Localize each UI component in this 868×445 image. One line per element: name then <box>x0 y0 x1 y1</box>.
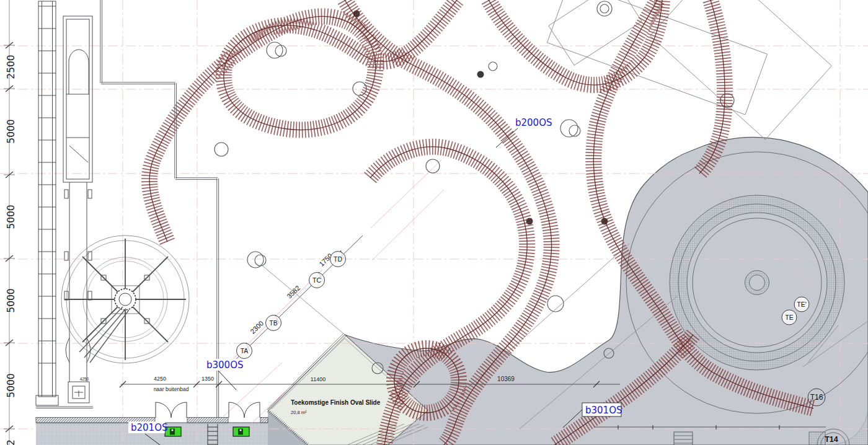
svg-text:b200OS: b200OS <box>515 117 552 128</box>
dimension-ruler: 2500 5000 5000 5000 5000 2 <box>4 0 17 445</box>
future-slide-title: Toekomstige Finish Oval Slide <box>291 399 381 406</box>
room-label-b301os: b301OS <box>582 403 622 416</box>
exit-sign-right <box>233 427 249 436</box>
room-label-b200os: b200OS <box>513 117 552 128</box>
marker-tb: TB <box>266 315 281 331</box>
svg-text:b201OS: b201OS <box>131 422 167 433</box>
marker-t14: T14 <box>825 435 838 444</box>
marker-tc: TC <box>309 273 325 288</box>
svg-text:TA: TA <box>241 347 249 355</box>
room-label-b300os: b300OS <box>204 359 243 371</box>
pool-steps <box>674 432 693 445</box>
dim-10369: 10369 <box>497 376 515 382</box>
marker-te-prime: TE' <box>794 297 809 312</box>
ruler-label: 2 <box>6 439 17 445</box>
marker-ta: TA <box>237 343 252 359</box>
svg-text:b300OS: b300OS <box>206 359 243 371</box>
future-slide-area: 20,8 m² <box>291 410 307 415</box>
ruler-label: 5000 <box>6 288 17 312</box>
svg-text:TD: TD <box>334 255 342 263</box>
dim-11400: 11400 <box>311 376 326 382</box>
ruler-label: 5000 <box>6 373 17 397</box>
svg-text:TB: TB <box>269 319 277 327</box>
dim-4250: 4250 <box>154 376 166 382</box>
dim-small-4250: 4250 <box>80 377 89 381</box>
note-naar-buitenbad: naar buitenbad <box>154 386 189 392</box>
svg-text:T14: T14 <box>825 435 838 444</box>
svg-text:b301OS: b301OS <box>585 405 622 416</box>
floor-plan-canvas: 2500 5000 5000 5000 5000 2 4250 1350 114… <box>0 0 868 445</box>
svg-text:T16: T16 <box>810 393 823 402</box>
ruler-label: 5000 <box>6 205 17 229</box>
room-label-b201os: b201OS <box>128 421 167 433</box>
svg-text:TC: TC <box>312 276 321 284</box>
ruler-label: 5000 <box>6 119 17 143</box>
marker-td: TD <box>330 252 346 267</box>
svg-text:TE': TE' <box>797 301 806 308</box>
ruler-label: 2500 <box>6 55 17 79</box>
dim-1350: 1350 <box>202 376 214 382</box>
svg-text:TE: TE <box>785 314 793 321</box>
marker-te: TE <box>782 310 797 325</box>
floor-plan-stage: 2500 5000 5000 5000 5000 2 4250 1350 114… <box>0 0 868 445</box>
